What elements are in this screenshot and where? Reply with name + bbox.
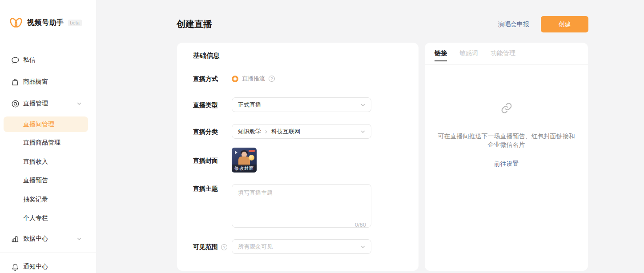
- app-logo: 视频号助手 beta: [9, 16, 82, 29]
- live-cover-thumbnail[interactable]: 修改封面: [232, 148, 257, 173]
- coin-icon: [249, 155, 254, 161]
- field-label-live-mode: 直播方式: [193, 75, 218, 83]
- field-label-live-type: 直播类型: [193, 101, 218, 109]
- live-category-select[interactable]: 知识教学 科技互联网: [232, 124, 371, 139]
- sidebar-item-label: 直播收入: [23, 158, 48, 166]
- sidebar-item-label: 直播商品管理: [23, 139, 60, 147]
- field-label-live-cover: 直播封面: [193, 157, 218, 165]
- chevron-right-icon: [264, 130, 268, 134]
- sidebar-item-private-messages[interactable]: 私信: [0, 54, 96, 66]
- basic-info-card: 基础信息 直播方式 直播推流 ? 直播类型 正式直播 直播分类 知识教学 科技互…: [177, 43, 419, 271]
- char-counter: 0/60: [232, 221, 366, 228]
- sidebar-item-lottery-records[interactable]: 抽奖记录: [0, 195, 96, 204]
- bar-chart-icon: [11, 234, 20, 243]
- live-type-select[interactable]: 正式直播: [232, 97, 371, 112]
- sidebar-item-liveroom-management[interactable]: 直播间管理: [0, 120, 96, 129]
- create-button[interactable]: 创建: [541, 16, 588, 32]
- sidebar-item-live-income[interactable]: 直播收入: [0, 157, 96, 166]
- chevron-down-icon: [360, 129, 366, 134]
- help-icon[interactable]: ?: [269, 76, 275, 82]
- link-panel-card: 链接 敏感词 功能管理 可在直播间推送下一场直播预告、红包封面链接和企业微信名片…: [425, 43, 588, 271]
- live-mode-radio-group: 直播推流 ?: [232, 75, 275, 83]
- sidebar-item-live-management[interactable]: 直播管理: [0, 98, 96, 109]
- radio-label: 直播推流: [242, 75, 265, 83]
- concert-application-link[interactable]: 演唱会申报: [498, 20, 529, 28]
- play-icon: [235, 151, 237, 154]
- chevron-down-icon: [360, 244, 366, 249]
- sidebar-item-live-trailer[interactable]: 直播预告: [0, 176, 96, 185]
- panel-tabs: 链接 敏感词 功能管理: [425, 43, 588, 64]
- sidebar-item-data-center[interactable]: 数据中心: [0, 233, 96, 245]
- sidebar-item-live-product-management[interactable]: 直播商品管理: [0, 138, 96, 147]
- sidebar-item-product-window[interactable]: 商品橱窗: [0, 76, 96, 88]
- category-sub-value: 科技互联网: [271, 128, 300, 136]
- bell-icon: [11, 262, 20, 271]
- sidebar-item-label: 私信: [23, 56, 36, 64]
- sidebar-item-label: 直播预告: [23, 177, 48, 185]
- shopping-bag-icon: [11, 77, 20, 86]
- header-actions: 演唱会申报 创建: [498, 16, 588, 32]
- panel-description: 可在直播间推送下一场直播预告、红包封面链接和企业微信名片: [435, 132, 577, 149]
- field-label-live-topic: 直播主题: [193, 185, 218, 193]
- radio-selected[interactable]: [232, 76, 238, 82]
- sidebar-item-personal-column[interactable]: 个人专栏: [0, 214, 96, 223]
- visibility-placeholder: 所有观众可见: [238, 243, 273, 251]
- sidebar-item-label: 通知中心: [23, 263, 48, 271]
- channels-logo-icon: [9, 16, 23, 29]
- go-to-settings-link[interactable]: 前往设置: [425, 160, 588, 168]
- sidebar-item-label: 数据中心: [23, 235, 48, 243]
- field-label-visibility: 可见范围: [193, 243, 218, 251]
- section-title: 基础信息: [193, 52, 220, 60]
- app-name: 视频号助手: [27, 18, 64, 28]
- record-icon: [11, 99, 20, 108]
- visibility-select[interactable]: 所有观众可见: [232, 239, 371, 254]
- sidebar-item-label: 直播管理: [23, 100, 48, 108]
- field-label-live-category: 直播分类: [193, 128, 218, 136]
- channels-assistant-app: 视频号助手 beta 私信 商品橱窗: [0, 0, 644, 273]
- tab-links[interactable]: 链接: [435, 43, 447, 64]
- live-type-value: 正式直播: [238, 101, 261, 109]
- sidebar-item-notification-center[interactable]: 通知中心: [0, 261, 96, 273]
- tab-feature-management[interactable]: 功能管理: [491, 43, 515, 64]
- chevron-down-icon: [76, 101, 82, 106]
- beta-badge: beta: [68, 20, 82, 26]
- help-icon[interactable]: ?: [221, 244, 227, 250]
- sidebar-divider: [0, 253, 96, 253]
- chevron-down-icon: [360, 102, 366, 108]
- tab-sensitive-words[interactable]: 敏感词: [459, 43, 478, 64]
- chat-icon: [11, 56, 20, 64]
- sidebar-item-label: 直播间管理: [23, 120, 54, 128]
- sidebar: 视频号助手 beta 私信 商品橱窗: [0, 0, 96, 273]
- chevron-down-icon: [76, 236, 82, 241]
- sidebar-item-label: 抽奖记录: [23, 196, 48, 204]
- field-label-visibility-row: 可见范围 ?: [193, 243, 227, 251]
- sidebar-item-label: 商品橱窗: [23, 78, 48, 86]
- cover-badge: [249, 150, 255, 152]
- page-title: 创建直播: [177, 18, 212, 30]
- edit-cover-overlay[interactable]: 修改封面: [232, 165, 257, 173]
- category-main-value: 知识教学: [238, 128, 261, 136]
- sidebar-item-label: 个人专栏: [23, 214, 48, 222]
- link-icon: [425, 101, 588, 115]
